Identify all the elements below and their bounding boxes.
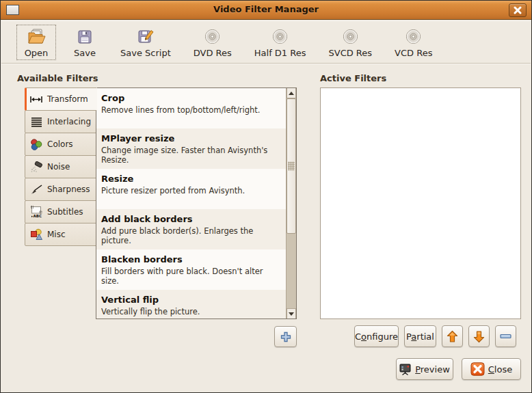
up-triangle-icon [289, 92, 294, 95]
titlebar[interactable]: Video Filter Manager [1, 1, 531, 20]
tab-sharpness[interactable]: Sharpness [25, 178, 96, 201]
disc-icon [405, 27, 421, 46]
toolbar-dvd-res-label: DVD Res [194, 48, 232, 58]
tab-transform-label: Transform [47, 94, 88, 104]
tab-misc-label: Misc [47, 230, 66, 239]
tab-noise[interactable]: Noise [25, 155, 96, 178]
minus-icon [500, 334, 511, 339]
toolbar-save-label: Save [74, 48, 96, 58]
tab-subtitles-label: Subtitles [47, 207, 83, 217]
filter-desc: Add pure black border(s). Enlarges the p… [101, 226, 280, 245]
tab-interlacing[interactable]: Interlacing [25, 110, 96, 133]
active-filters-heading: Active Filters [320, 73, 386, 83]
filter-desc: Fill borders with pure black. Doesn't al… [101, 267, 280, 286]
filter-name: Vertical flip [101, 295, 280, 305]
tab-subtitles[interactable]: ABC Subtitles [25, 200, 96, 223]
sharpness-icon [29, 183, 43, 195]
toolbar-save-script-button[interactable]: Save Script [114, 25, 178, 60]
floppy-disk-icon [77, 27, 92, 46]
configure-label: Configure [355, 331, 398, 342]
close-x-icon [470, 362, 485, 376]
plus-icon [280, 331, 292, 343]
transform-icon [29, 93, 43, 105]
tab-colors-label: Colors [47, 139, 73, 149]
list-item-resize[interactable]: Resize Picture resizer ported from Avisy… [96, 169, 286, 209]
filter-list-scrollbar[interactable] [286, 88, 296, 319]
tab-transform[interactable]: Transform [25, 87, 97, 111]
remove-filter-button[interactable] [495, 325, 516, 347]
toolbar-svcd-res-button[interactable]: SVCD Res [322, 25, 380, 60]
scrollbar-grip-icon [288, 162, 295, 171]
toolbar-save-script-label: Save Script [120, 48, 171, 58]
tab-misc[interactable]: Misc [25, 223, 96, 246]
filter-desc: Vertically flip the picture. [101, 307, 280, 316]
window-title: Video Filter Manager [1, 4, 531, 14]
scrollbar-thumb[interactable] [287, 98, 296, 234]
add-filter-button[interactable] [274, 326, 297, 347]
preview-button[interactable]: Preview [396, 358, 453, 380]
colors-icon [29, 138, 43, 150]
noise-icon [29, 161, 43, 173]
filter-name: Resize [101, 174, 280, 184]
list-item-blacken-borders[interactable]: Blacken borders Fill borders with pure b… [96, 249, 286, 290]
open-folder-icon [26, 27, 46, 46]
configure-button[interactable]: Configure [354, 325, 399, 347]
filter-name: Add black borders [101, 214, 280, 224]
filter-desc: Change image size. Faster than Avisynth'… [101, 146, 280, 165]
tab-interlacing-label: Interlacing [47, 117, 91, 126]
close-window-button[interactable] [509, 3, 527, 17]
move-up-button[interactable] [442, 325, 463, 347]
filter-name: MPlayer resize [101, 133, 280, 144]
projector-screen-icon [399, 364, 412, 375]
filter-name: Blacken borders [101, 254, 280, 265]
filter-category-tabs: Transform Interlacing [25, 87, 96, 246]
partial-label: Partial [406, 331, 434, 342]
subtitles-icon: ABC [29, 206, 43, 218]
list-item-mplayer-resize[interactable]: MPlayer resize Change image size. Faster… [96, 128, 286, 169]
toolbar-save-button[interactable]: Save [65, 25, 105, 60]
toolbar-half-d1-res-button[interactable]: Half D1 Res [248, 25, 313, 60]
close-label: Close [488, 364, 512, 375]
up-arrow-icon [447, 330, 458, 343]
list-item-add-black-borders[interactable]: Add black borders Add pure black border(… [96, 209, 286, 249]
video-filter-manager-window: Video Filter Manager Open [0, 0, 532, 393]
filter-desc: Remove lines from top/bottom/left/right. [101, 105, 280, 115]
list-item-crop[interactable]: Crop Remove lines from top/bottom/left/r… [96, 88, 286, 128]
disc-icon [204, 27, 220, 46]
interlacing-icon [29, 116, 43, 128]
available-filters-heading: Available Filters [17, 73, 98, 83]
close-x-icon [514, 6, 522, 14]
partial-button[interactable]: Partial [404, 325, 436, 347]
filter-rows: Crop Remove lines from top/bottom/left/r… [96, 88, 286, 319]
tab-sharpness-label: Sharpness [47, 185, 90, 194]
misc-icon [29, 228, 43, 241]
toolbar-open-button[interactable]: Open [16, 25, 56, 60]
toolbar-vcd-res-label: VCD Res [395, 48, 432, 58]
disc-icon [343, 27, 358, 46]
scrollbar-track[interactable] [287, 234, 296, 308]
close-button[interactable]: Close [462, 358, 521, 380]
down-triangle-icon [289, 312, 294, 316]
tab-noise-label: Noise [47, 162, 70, 172]
svg-text:ABC: ABC [33, 214, 42, 218]
preview-label: Preview [415, 364, 450, 375]
available-filters-list: Crop Remove lines from top/bottom/left/r… [96, 87, 297, 319]
scroll-down-button[interactable] [287, 308, 296, 319]
move-down-button[interactable] [468, 325, 490, 347]
list-item-vertical-flip[interactable]: Vertical flip Vertically flip the pictur… [96, 290, 286, 319]
filter-desc: Picture resizer ported from Avisynth. [101, 186, 280, 195]
toolbar: Open Save [1, 21, 531, 64]
scroll-up-button[interactable] [287, 88, 296, 98]
toolbar-dvd-res-button[interactable]: DVD Res [187, 25, 239, 60]
filter-name: Crop [101, 93, 280, 103]
floppy-pencil-icon [137, 27, 154, 46]
tab-colors[interactable]: Colors [25, 133, 96, 156]
disc-icon [272, 27, 288, 46]
toolbar-open-label: Open [25, 48, 49, 58]
toolbar-svcd-res-label: SVCD Res [329, 48, 373, 58]
down-arrow-icon [473, 330, 485, 343]
active-filters-list[interactable] [320, 87, 521, 319]
toolbar-vcd-res-button[interactable]: VCD Res [388, 25, 439, 60]
toolbar-half-d1-res-label: Half D1 Res [254, 48, 306, 58]
